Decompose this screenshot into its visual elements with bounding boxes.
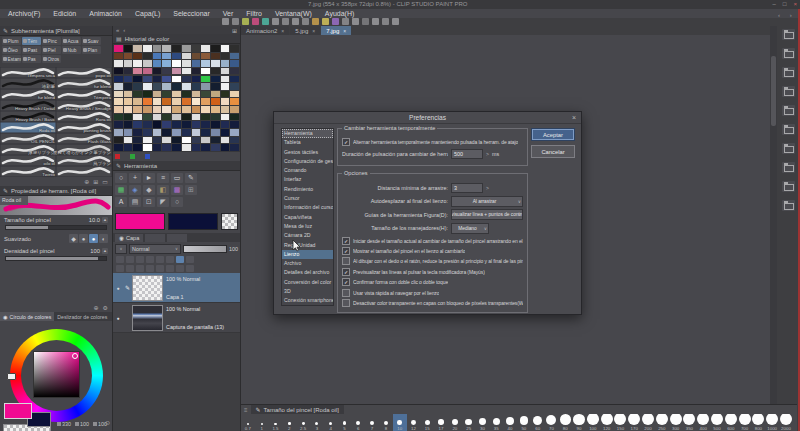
color-swatch[interactable] <box>162 83 171 90</box>
color-swatch[interactable] <box>182 53 191 60</box>
layer-action-icon[interactable] <box>156 256 164 263</box>
toolbar-icon[interactable] <box>302 18 309 25</box>
toolbar-icon[interactable] <box>332 18 339 25</box>
color-swatch[interactable] <box>114 129 123 136</box>
color-set-swatch[interactable] <box>130 154 135 159</box>
smoothing-option[interactable]: ● <box>79 234 88 243</box>
color-swatch[interactable] <box>221 144 230 151</box>
color-swatch[interactable] <box>192 106 201 113</box>
subtool-category-tab[interactable]: Piel <box>42 46 61 54</box>
brush-item[interactable]: 重ねて滑らかインク筆ブラシ <box>56 144 112 155</box>
layer-action-icon[interactable] <box>186 265 194 272</box>
color-swatch[interactable] <box>230 91 239 98</box>
brush-size-preset[interactable]: 150 <box>614 414 628 431</box>
color-swatch[interactable] <box>114 121 123 128</box>
smoothing-option[interactable]: ◐ <box>99 234 108 243</box>
color-swatch[interactable] <box>172 121 181 128</box>
color-swatch[interactable] <box>230 106 239 113</box>
color-swatch[interactable] <box>182 83 191 90</box>
color-swatch[interactable] <box>162 91 171 98</box>
brush-size-preset[interactable]: 1000 <box>765 414 779 431</box>
color-swatch[interactable] <box>182 114 191 121</box>
brush-size-preset[interactable]: 70 <box>545 414 559 431</box>
density-spinner[interactable]: ▲ <box>102 248 108 254</box>
checkbox[interactable]: ✓ <box>342 268 350 276</box>
hue-indicator[interactable] <box>7 373 16 380</box>
double-chevron-left-icon[interactable]: « <box>116 27 119 33</box>
color-swatch[interactable] <box>153 114 162 121</box>
pref-category[interactable]: Regla/Unidad <box>282 241 333 250</box>
color-swatch[interactable] <box>133 144 142 151</box>
color-swatch[interactable] <box>221 129 230 136</box>
checkbox[interactable] <box>342 289 350 297</box>
brush-size-preset[interactable]: 500 <box>710 414 724 431</box>
color-swatch[interactable] <box>133 68 142 75</box>
layer-action-icon[interactable] <box>186 256 194 263</box>
brush-size-preset[interactable]: 2 <box>282 414 296 431</box>
option-select[interactable]: Al arrastrar∨ <box>451 196 523 207</box>
close-icon[interactable]: × <box>312 28 315 34</box>
color-swatch[interactable] <box>133 121 142 128</box>
color-swatch[interactable] <box>211 53 220 60</box>
brush-item[interactable]: 鳥ブラシ <box>56 155 112 166</box>
brush-item[interactable]: Flash Glass <box>56 133 112 144</box>
color-swatch[interactable] <box>162 53 171 60</box>
toolbar-icon[interactable] <box>232 18 239 25</box>
color-swatch[interactable] <box>192 68 201 75</box>
checkbox[interactable]: ✓ <box>342 278 350 286</box>
color-swatch[interactable] <box>221 98 230 105</box>
color-swatch[interactable] <box>182 60 191 67</box>
navigate-tool-icon[interactable]: ≡ <box>157 173 169 183</box>
layer-opacity-value[interactable]: 100 <box>229 246 238 252</box>
cancelar-button[interactable]: Cancelar <box>531 145 575 158</box>
brush-size-preset[interactable]: 300 <box>669 414 683 431</box>
brush-size-preset[interactable]: 20 <box>448 414 462 431</box>
color-swatch[interactable] <box>153 53 162 60</box>
brush-size-preset[interactable]: 35 <box>489 414 503 431</box>
subtool-footer-icon[interactable]: ⊕ <box>84 178 89 185</box>
subtool-category-tab[interactable]: Pinc <box>42 37 61 45</box>
color-swatch[interactable] <box>192 98 201 105</box>
color-swatch[interactable] <box>153 60 162 67</box>
color-swatch[interactable] <box>124 91 133 98</box>
color-swatch[interactable] <box>143 114 152 121</box>
pref-category[interactable]: Capa/viñeta <box>282 213 333 222</box>
color-swatch[interactable] <box>182 106 191 113</box>
background-color-chip[interactable] <box>168 213 218 230</box>
color-swatch[interactable] <box>153 98 162 105</box>
brush-item[interactable]: Témpera seca <box>0 67 56 78</box>
color-swatch[interactable] <box>192 144 201 151</box>
close-icon[interactable]: × <box>281 28 284 34</box>
brush-size-preset[interactable]: 6 <box>351 414 365 431</box>
color-swatch[interactable] <box>133 76 142 83</box>
panel-folder-icon[interactable] <box>782 67 795 78</box>
brush-size-preset[interactable]: 200 <box>641 414 655 431</box>
foreground-color-chip[interactable] <box>4 403 32 419</box>
brush-size-preset[interactable]: 170 <box>627 414 641 431</box>
color-swatch[interactable] <box>192 53 201 60</box>
color-swatch[interactable] <box>143 60 152 67</box>
color-set-swatch[interactable] <box>115 154 120 159</box>
toolbar-icon[interactable] <box>322 18 329 25</box>
panel-folder-icon[interactable] <box>782 200 795 211</box>
color-swatch[interactable] <box>230 76 239 83</box>
color-swatch[interactable] <box>230 137 239 144</box>
option-select[interactable]: Previsualizar línea + puntos de control∨ <box>451 209 523 220</box>
color-swatch[interactable] <box>162 114 171 121</box>
subtool-footer-icon[interactable]: ⊞ <box>93 178 98 185</box>
color-swatch[interactable] <box>201 91 210 98</box>
color-swatch[interactable] <box>201 53 210 60</box>
option-select[interactable]: Mediano∨ <box>451 223 489 234</box>
panel-folder-icon[interactable] <box>782 162 795 173</box>
toolbar-icon[interactable] <box>352 18 359 25</box>
brush-item[interactable]: Heavy Brush / Basic <box>0 111 56 122</box>
color-swatch[interactable] <box>124 121 133 128</box>
color-swatch[interactable] <box>201 76 210 83</box>
color-swatch[interactable] <box>221 53 230 60</box>
marquee-tool-icon[interactable]: ▭ <box>171 173 183 183</box>
pref-category[interactable]: Rendimiento <box>282 185 333 194</box>
color-swatch[interactable] <box>162 106 171 113</box>
color-swatch[interactable] <box>172 83 181 90</box>
toolbar-icon[interactable] <box>242 18 249 25</box>
color-swatch[interactable] <box>192 114 201 121</box>
